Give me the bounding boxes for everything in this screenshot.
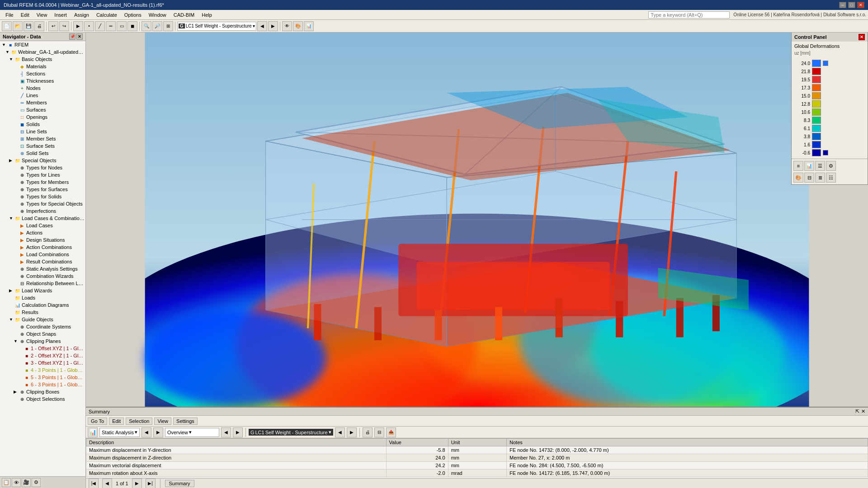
tree-clipping-boxes[interactable]: ▶ ⊕ Clipping Boxes bbox=[0, 388, 85, 395]
solid-button[interactable]: ◼ bbox=[127, 21, 137, 31]
minimize-button[interactable]: ─ bbox=[839, 2, 846, 8]
cp-display-btn[interactable]: 🎨 bbox=[793, 173, 803, 183]
menu-window[interactable]: Window bbox=[145, 11, 170, 19]
tree-cp-5[interactable]: ■ 5 - 3 Points | 1 - Global XYZ bbox=[0, 374, 85, 381]
last-page-btn[interactable]: ▶| bbox=[146, 479, 156, 488]
cp-list-btn[interactable]: ☰ bbox=[815, 161, 825, 171]
menu-insert[interactable]: Insert bbox=[51, 11, 71, 19]
result-display-button[interactable]: 📊 bbox=[304, 21, 314, 31]
menu-edit[interactable]: Edit bbox=[17, 11, 33, 19]
fit-button[interactable]: ⊞ bbox=[163, 21, 173, 31]
tree-types-solids[interactable]: ⊕ Types for Solids bbox=[0, 193, 85, 200]
save-button[interactable]: 💾 bbox=[24, 21, 33, 31]
settings-button[interactable]: Settings bbox=[173, 418, 198, 425]
tree-coordinate-systems[interactable]: ⊕ Coordinate Systems bbox=[0, 323, 85, 330]
tree-result-combinations[interactable]: ▶ Result Combinations bbox=[0, 258, 85, 265]
tree-static-analysis[interactable]: ⊕ Static Analysis Settings bbox=[0, 265, 85, 272]
redo-button[interactable]: ↪ bbox=[59, 21, 69, 31]
next-view-btn[interactable]: ▶ bbox=[233, 427, 243, 437]
tree-types-surfaces[interactable]: ⊕ Types for Surfaces bbox=[0, 186, 85, 193]
tree-action-combinations[interactable]: ▶ Action Combinations bbox=[0, 244, 85, 251]
cp-options-btn[interactable]: ☷ bbox=[826, 173, 836, 183]
edit-button[interactable]: Edit bbox=[109, 418, 124, 425]
render-button[interactable]: 🎨 bbox=[293, 21, 303, 31]
tree-nodes[interactable]: + Nodes bbox=[0, 84, 85, 92]
maximize-button[interactable]: □ bbox=[848, 2, 855, 8]
tree-basic-objects[interactable]: ▼ 📁 Basic Objects bbox=[0, 56, 85, 63]
nav-settings-button[interactable]: ⚙ bbox=[32, 478, 41, 487]
lc-type-dropdown[interactable]: G LC1 Self Weight - Superstructure ▾ bbox=[177, 22, 256, 31]
menu-calculate[interactable]: Calculate bbox=[93, 11, 121, 19]
tree-sections[interactable]: ┤ Sections bbox=[0, 70, 85, 77]
selection-button[interactable]: Selection bbox=[126, 418, 152, 425]
prev-page-btn[interactable]: ◀ bbox=[142, 427, 151, 437]
nav-pin-button[interactable]: 📌 bbox=[69, 33, 75, 40]
tree-results[interactable]: 📁 Results bbox=[0, 309, 85, 316]
tree-load-combinations[interactable]: ▶ Load Combinations bbox=[0, 251, 85, 258]
tree-loads[interactable]: 📁 Loads bbox=[0, 294, 85, 301]
undo-button[interactable]: ↩ bbox=[48, 21, 58, 31]
tree-combination-wizards[interactable]: ⊕ Combination Wizards bbox=[0, 272, 85, 280]
tree-special-objects[interactable]: ▶ 📁 Special Objects bbox=[0, 157, 85, 164]
search-input[interactable] bbox=[648, 11, 730, 19]
tree-load-cases[interactable]: ▶ Load Cases bbox=[0, 222, 85, 229]
tree-cp-3[interactable]: ■ 3 - Offset XYZ | 1 - Global X bbox=[0, 359, 85, 366]
member-button[interactable]: ═ bbox=[106, 21, 116, 31]
results-expand-btn[interactable]: ⇱ bbox=[855, 408, 859, 414]
sheet-tab[interactable]: Summary bbox=[165, 480, 194, 487]
tree-cp-4[interactable]: ■ 4 - 3 Points | 1 - Global X bbox=[0, 366, 85, 374]
tree-load-wizards[interactable]: ▶ 📁 Load Wizards bbox=[0, 287, 85, 294]
tree-load-cases-comb[interactable]: ▼ 📁 Load Cases & Combinations bbox=[0, 215, 85, 222]
nav-close-button[interactable]: ✕ bbox=[76, 33, 83, 40]
close-button[interactable]: ✕ bbox=[857, 2, 864, 8]
analysis-type-dropdown[interactable]: Static Analysis ▾ bbox=[99, 428, 140, 437]
next-lc-button[interactable]: ▶ bbox=[268, 21, 278, 31]
tree-cp-1[interactable]: ■ 1 - Offset XYZ | 1 - Global X bbox=[0, 345, 85, 352]
tree-member-sets[interactable]: ⊞ Member Sets bbox=[0, 135, 85, 142]
tree-types-special[interactable]: ⊕ Types for Special Objects bbox=[0, 200, 85, 207]
nav-data-button[interactable]: 📋 bbox=[2, 478, 11, 487]
tree-actions[interactable]: ▶ Actions bbox=[0, 229, 85, 236]
cp-settings-btn[interactable]: ⚙ bbox=[826, 161, 836, 171]
menu-help[interactable]: Help bbox=[198, 11, 216, 19]
tree-guide-objects[interactable]: ▼ 📁 Guide Objects bbox=[0, 316, 85, 323]
view-type-dropdown[interactable]: Overview ▾ bbox=[165, 428, 219, 437]
tree-cp-6[interactable]: ■ 6 - 3 Points | 1 - Global X bbox=[0, 381, 85, 388]
new-button[interactable]: 📄 bbox=[2, 21, 12, 31]
menu-file[interactable]: File bbox=[2, 11, 17, 19]
menu-assign[interactable]: Assign bbox=[71, 11, 93, 19]
print-results-btn[interactable]: 🖨 bbox=[363, 427, 373, 437]
node-button[interactable]: • bbox=[84, 21, 94, 31]
view-button[interactable]: View bbox=[154, 418, 171, 425]
prev-page-footer-btn[interactable]: ◀ bbox=[102, 479, 112, 488]
tree-solids[interactable]: ◼ Solids bbox=[0, 121, 85, 128]
tree-line-sets[interactable]: ⊟ Line Sets bbox=[0, 128, 85, 135]
next-page-btn[interactable]: ▶ bbox=[153, 427, 163, 437]
tree-types-nodes[interactable]: ⊕ Types for Nodes bbox=[0, 164, 85, 171]
tree-design-situations[interactable]: ▶ Design Situations bbox=[0, 236, 85, 244]
results-close-btn[interactable]: ✕ bbox=[861, 408, 865, 414]
next-page-footer-btn[interactable]: ▶ bbox=[132, 479, 142, 488]
tree-members[interactable]: ═ Members bbox=[0, 99, 85, 106]
menu-options[interactable]: Options bbox=[121, 11, 145, 19]
cp-close-button[interactable]: ✕ bbox=[859, 34, 865, 40]
zoom-in-button[interactable]: 🔍 bbox=[142, 21, 151, 31]
tree-rfem-root[interactable]: ▼ ■ RFEM bbox=[0, 41, 85, 48]
print-button[interactable]: 🖨 bbox=[34, 21, 44, 31]
cp-filter-btn[interactable]: ⊟ bbox=[804, 173, 814, 183]
open-button[interactable]: 📂 bbox=[13, 21, 23, 31]
prev-lc-button[interactable]: ◀ bbox=[257, 21, 267, 31]
tree-project[interactable]: ▼ 📁 Webinar_GA-1_all-updated_NO-resul bbox=[0, 48, 85, 56]
menu-cad-bim[interactable]: CAD-BIM bbox=[170, 11, 198, 19]
tree-thicknesses[interactable]: ▣ Thicknesses bbox=[0, 77, 85, 84]
goto-button[interactable]: Go To bbox=[88, 418, 107, 425]
line-button[interactable]: ╱ bbox=[95, 21, 105, 31]
select-button[interactable]: ▶ bbox=[73, 21, 83, 31]
cp-table-btn[interactable]: ≡ bbox=[793, 161, 803, 171]
tree-solid-sets[interactable]: ⊛ Solid Sets bbox=[0, 150, 85, 157]
cp-chart-btn[interactable]: 📊 bbox=[804, 161, 814, 171]
display-button[interactable]: 👁 bbox=[282, 21, 292, 31]
cp-type-btn[interactable]: ≣ bbox=[815, 173, 825, 183]
surface-button[interactable]: ▭ bbox=[117, 21, 127, 31]
lc-dropdown-arrow[interactable]: ▾ bbox=[253, 23, 255, 28]
